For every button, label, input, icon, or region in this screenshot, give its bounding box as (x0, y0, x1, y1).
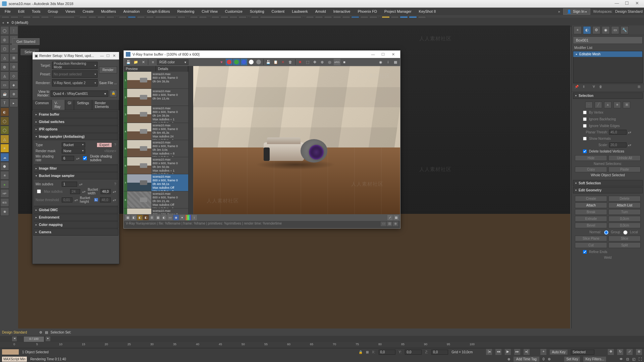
help-icon[interactable]: ? (114, 182, 116, 186)
cc-icon[interactable]: ◉ (377, 59, 384, 65)
vfb-max-button[interactable]: ☐ (378, 52, 388, 57)
maxsubdivs-input[interactable]: 24 (70, 189, 80, 194)
setkey-button[interactable]: Set Key (564, 357, 580, 362)
keyfilters-button[interactable]: Key Filters... (583, 357, 606, 362)
history-item[interactable]: 7scena10.max800 x 600, frame 00h 4m 58,1… (124, 174, 188, 191)
prev-frame-button[interactable]: ◂ (12, 337, 17, 341)
key-mode-button[interactable]: + (540, 349, 546, 355)
prim3-icon[interactable]: ◯ (0, 126, 9, 134)
nav-7[interactable]: ◱ (632, 357, 635, 361)
snap-center-icon[interactable]: ⊕ (9, 89, 18, 98)
hp-icon[interactable]: HP (0, 189, 9, 198)
design-standard-label[interactable]: Design Standard (2, 330, 27, 334)
vfb-se2[interactable]: ▦ (387, 222, 392, 226)
tube-icon[interactable]: ◍ (0, 62, 9, 71)
menu-edit[interactable]: Edit (15, 8, 28, 14)
rollout-global-dmc[interactable]: Global DMC (33, 206, 118, 214)
rollout-global-switches[interactable]: Global switches (33, 118, 118, 125)
modifier-list-label[interactable]: Modifier List (572, 45, 644, 50)
vfb-b9[interactable]: ◉ (173, 215, 179, 220)
object-name-field[interactable]: Box001 (573, 37, 643, 44)
menu-scripting[interactable]: Scripting (247, 8, 268, 14)
delete-button[interactable]: Delete (608, 196, 641, 201)
time-handle[interactable]: 0 / 100 (23, 336, 44, 342)
snap-vertex-icon[interactable]: ⋮ (9, 26, 18, 35)
slice-button[interactable]: Slice (608, 236, 641, 241)
load-icon[interactable]: 📁 (132, 59, 139, 65)
element-subobj[interactable]: ▣ (623, 102, 630, 108)
close-button[interactable]: ✕ (632, 1, 642, 7)
vfb-b1[interactable]: ▦ (125, 215, 130, 220)
hide-button[interactable]: Hide (575, 155, 607, 161)
menu-grapheditors[interactable]: Graph Editors (144, 8, 173, 14)
menu-animation[interactable]: Animation (120, 8, 143, 14)
fur-icon[interactable]: ⚹ (0, 171, 9, 180)
view-select[interactable]: Quad 4 - VRayCam001 (51, 90, 108, 97)
maxscript-label[interactable]: MAXScript Min (2, 357, 27, 362)
next-key-button[interactable]: ▸▸ (514, 349, 520, 355)
menu-keyshot[interactable]: KeyShot 8 (416, 8, 439, 14)
normal-local-radio[interactable] (623, 230, 628, 235)
minimize-button[interactable]: — (612, 1, 622, 7)
nav-8[interactable]: ⛶ (639, 357, 642, 361)
snap-grid-icon[interactable]: ⊞ (9, 53, 18, 62)
menu-laubwerk[interactable]: Laubwerk (288, 8, 311, 14)
clear-icon[interactable]: ✕ (140, 59, 147, 65)
modifier-stack[interactable]: Editable Mesh (573, 51, 643, 83)
bucketheight-input[interactable]: 48,0 (100, 197, 111, 202)
del-iso-check[interactable] (583, 149, 587, 153)
save-file-button[interactable]: Save File ... (99, 81, 117, 85)
render-setup-min[interactable]: — (99, 54, 105, 58)
menu-projectmanager[interactable]: Project Manager (381, 8, 415, 14)
teapot-icon[interactable]: ☕ (0, 89, 9, 98)
cut-button[interactable]: Cut (575, 242, 607, 248)
scale-input[interactable]: 20,0 (609, 142, 627, 147)
vfb-titlebar[interactable]: V-Ray frame buffer - [100% of 800 x 600]… (124, 51, 400, 58)
lens-fx-icon[interactable]: ◎ (326, 59, 333, 65)
add-time-tag[interactable]: Add Time Tag (514, 357, 539, 362)
switch-rgb-icon[interactable]: ≡ (150, 59, 156, 65)
extrude-button[interactable]: Extrude (575, 216, 607, 222)
history-item[interactable]: 8scena10.max800 x 600, frame 00h 0m 21,4… (124, 191, 188, 208)
track-mouse-icon[interactable]: ✥ (312, 59, 318, 65)
attachlist-button[interactable]: Attach List (608, 202, 641, 208)
normal-group-radio[interactable] (604, 230, 608, 235)
minsubdivs-input[interactable]: 1 (62, 182, 77, 187)
render-setup-close[interactable]: ✕ (111, 54, 117, 58)
cylinder-icon[interactable]: ▢ (0, 44, 9, 53)
pin-stack-icon[interactable]: 📌 (574, 85, 580, 91)
vfb-se3[interactable]: ◉ (393, 222, 398, 226)
next-frame-button[interactable]: ▸ (46, 337, 50, 341)
time-slider[interactable]: ◂ 0 / 100 ▸ (0, 336, 644, 342)
render-setup-max[interactable]: ☐ (105, 54, 111, 58)
mono-button[interactable] (255, 59, 262, 65)
face-subobj[interactable]: ▲ (604, 102, 611, 108)
history-item[interactable]: 3scena10.max800 x 600, frame 00h 1m 39,9… (124, 106, 188, 123)
sun-icon[interactable]: ☀ (0, 144, 9, 153)
menu-modifiers[interactable]: Modifiers (98, 8, 119, 14)
display-panel-icon[interactable]: ▭ (611, 26, 619, 34)
tab-vray[interactable]: V-Ray (52, 100, 65, 110)
remove-mod-icon[interactable]: 🗑 (598, 85, 604, 91)
history-list[interactable]: 1scena10.max800 x 600, frame 00h 0m 39,8… (124, 72, 188, 214)
nav-1[interactable]: ✥ (608, 349, 614, 355)
rollout-bucket-sampler[interactable]: Bucket image sampler (33, 172, 118, 179)
vfb-b10[interactable]: ● (179, 215, 185, 220)
history-item[interactable]: 9scena10.max800 x 600, frame 00h 7m 36,4… (124, 208, 188, 214)
show-normals-check[interactable] (583, 137, 587, 140)
target-select[interactable]: Production Rendering Mode (52, 62, 98, 69)
rollout-frame-buffer[interactable]: Frame buffer (33, 111, 118, 118)
modify-panel-icon[interactable]: ◐ (583, 26, 591, 34)
poly-subobj[interactable]: ■ (613, 102, 621, 108)
prim-icon[interactable]: ◐ (0, 108, 9, 116)
copy-button[interactable]: Copy (575, 167, 607, 172)
nav-6[interactable]: ⊡ (626, 357, 629, 361)
snap-pivot-icon[interactable]: ⊙ (9, 62, 18, 71)
sphere-icon[interactable]: ◯ (0, 26, 9, 35)
ignore-vis-check[interactable] (583, 124, 587, 128)
vfb-se1[interactable]: ▭ (381, 222, 386, 226)
menu-views[interactable]: Views (62, 8, 78, 14)
unhide-button[interactable]: Unhide All (608, 155, 641, 161)
help-icon[interactable]: ? (114, 143, 116, 147)
history-item[interactable]: 5scena10.max800 x 600, frame 00h 3m 3,0s… (124, 140, 188, 157)
